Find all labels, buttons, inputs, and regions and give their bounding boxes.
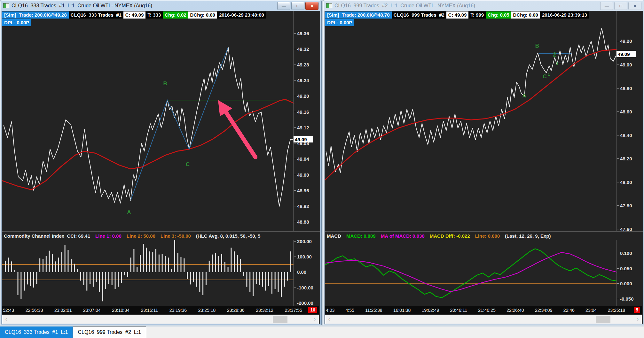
dchg-chip: DChg: 0.00: [188, 12, 217, 19]
annotation-letter-3: 3: [556, 61, 558, 66]
symbol-chip: CLQ16 999 Trades #2: [392, 12, 446, 19]
pink-annotation-arrow-shaft: [225, 111, 255, 157]
countdown-badge: 10: [308, 307, 317, 313]
cci-histogram-bar: [180, 257, 181, 272]
cci-histogram-bar: [52, 254, 53, 272]
maximize-button[interactable]: □: [614, 2, 627, 10]
sim-trade-chip: [Sim] Trade: 200.0K@48.70: [325, 12, 392, 19]
cci-histogram-bar: [90, 272, 90, 284]
macd-line: [325, 249, 617, 298]
cci-histogram-bar: [8, 257, 9, 272]
cci-histogram-bar: [165, 256, 166, 272]
cci-histogram-bar: [168, 257, 169, 272]
tab-999-trades[interactable]: CLQ16 999 Trades #2 L:1: [73, 326, 146, 338]
horizontal-scrollbar[interactable]: ‹ ›: [2, 315, 319, 324]
price-line: [326, 28, 617, 173]
study-label-part: (HLC Avg, 8, 0.015, 50, -50, 5: [196, 233, 260, 239]
chart-app-icon: [3, 3, 9, 8]
minimize-button[interactable]: —: [277, 2, 290, 10]
titlebar[interactable]: CLQ16 999 Trades #2 L:1 Crude Oil WTI - …: [323, 0, 644, 11]
timestamp-chip: 2016-06-29 23:40:00: [217, 12, 266, 19]
cci-histogram-bar: [99, 272, 100, 292]
scroll-left-arrow[interactable]: ‹: [5, 316, 7, 322]
sim-trade-chip: [Sim] Trade: 200.0K@49.28: [2, 12, 69, 19]
horizontal-scrollbar[interactable]: ‹ ›: [325, 315, 642, 324]
cci-histogram-bar: [265, 272, 266, 291]
time-axis-label: 20:46:11: [450, 308, 467, 313]
cci-histogram-bar: [74, 264, 75, 272]
time-axis: 52:4322:56:3323:02:0123:07:0423:10:3423:…: [2, 306, 319, 314]
cci-histogram-bar: [256, 272, 257, 284]
cci-histogram-bar: [215, 253, 216, 272]
chart-canvas[interactable]: ABC213: [325, 11, 643, 323]
cci-histogram-bar: [234, 251, 235, 272]
scroll-right-arrow[interactable]: ›: [637, 316, 639, 322]
study-label-part: (Last, 12, 26, 9, Exp): [505, 233, 551, 239]
cci-histogram-bar: [212, 255, 213, 272]
cci-histogram-bar: [287, 272, 288, 280]
study-label-part: Line 2: 50.00: [127, 233, 155, 239]
cci-histogram-bar: [249, 272, 250, 292]
time-axis-label: 22:26:40: [507, 308, 524, 313]
cci-histogram-bar: [127, 272, 128, 277]
cci-histogram-bar: [228, 267, 229, 272]
time-axis-label: 23:02:01: [54, 308, 72, 313]
maximize-button[interactable]: □: [291, 2, 304, 10]
annotation-letter-B: B: [535, 43, 539, 49]
cci-histogram-bar: [86, 272, 87, 291]
cci-histogram-bar: [20, 272, 21, 299]
cci-histogram-bar: [199, 272, 200, 292]
time-axis-label: 23:25:18: [198, 308, 216, 313]
cci-histogram-bar: [124, 272, 125, 275]
countdown-badge: 5: [634, 307, 640, 313]
cci-histogram-bar: [24, 272, 25, 291]
cci-histogram-bar: [271, 272, 272, 294]
cci-histogram-bar: [137, 267, 137, 272]
study-label-part: Line 1: 0.00: [95, 233, 122, 239]
minimize-button[interactable]: —: [600, 2, 613, 10]
time-axis-label: 4:03: [326, 308, 334, 313]
scroll-left-arrow[interactable]: ‹: [328, 316, 330, 322]
cci-histogram-bar: [5, 261, 6, 272]
time-axis-label: 11:25:38: [365, 308, 382, 313]
time-axis-labels: 4:034:5511:25:3816:01:3819:02:4920:46:11…: [326, 306, 625, 314]
scroll-right-arrow[interactable]: ›: [314, 316, 316, 322]
annotation-letter-C: C: [543, 73, 546, 80]
titlebar[interactable]: CLQ16 333 Trades #1 L:1 Crude Oil WTI - …: [0, 0, 321, 11]
cci-histogram-bar: [159, 255, 160, 272]
tab-333-trades[interactable]: CLQ16 333 Trades #1 L:1: [0, 326, 73, 338]
close-button[interactable]: ×: [628, 2, 641, 10]
cci-histogram-bar: [61, 252, 62, 272]
cci-histogram-bar: [43, 259, 43, 272]
cci-histogram-bar: [36, 272, 37, 284]
cci-histogram-bar: [190, 272, 191, 284]
macd-study-label-row: MACDMACD: 0.009MA of MACD: 0.030MACD Dif…: [325, 231, 643, 240]
cci-histogram-bar: [80, 272, 81, 280]
cci-histogram-bar: [83, 272, 84, 285]
dchg-chip: DChg: 0.00: [511, 12, 540, 19]
ma-of-macd-line: [325, 252, 617, 292]
cci-histogram-bar: [152, 252, 153, 272]
cci-histogram-bar: [149, 251, 150, 272]
scrollbar-thumb[interactable]: [596, 316, 610, 323]
chg-chip: Chg: 0.02: [163, 12, 188, 19]
cci-histogram-bar: [11, 261, 12, 272]
info-bar: [Sim] Trade: 200.0K@49.28 CLQ16 333 Trad…: [2, 12, 266, 19]
scrollbar-thumb[interactable]: [273, 316, 287, 323]
cci-histogram-bar: [55, 261, 56, 272]
chart-content: ABC [Sim] Trade: 200.0K@49.28 CLQ16 333 …: [2, 11, 320, 324]
cci-histogram-bar: [14, 270, 15, 272]
chart-canvas[interactable]: ABC: [2, 11, 320, 323]
cci-histogram-bar: [58, 257, 59, 272]
study-label-part: Line 3: -50.00: [161, 233, 191, 239]
time-axis-label: 4:55: [346, 308, 354, 313]
cci-histogram-bar: [281, 272, 282, 297]
window-title: CLQ16 999 Trades #2 L:1 Crude Oil WTI - …: [334, 3, 475, 9]
cci-histogram-bar: [162, 254, 163, 272]
annotation-letter-C: C: [186, 161, 190, 167]
cci-histogram-bar: [209, 261, 210, 272]
cci-histogram-bar: [290, 251, 291, 272]
cci-histogram-bar: [49, 251, 50, 272]
close-button[interactable]: ×: [305, 2, 318, 10]
cci-histogram-bar: [177, 253, 178, 272]
